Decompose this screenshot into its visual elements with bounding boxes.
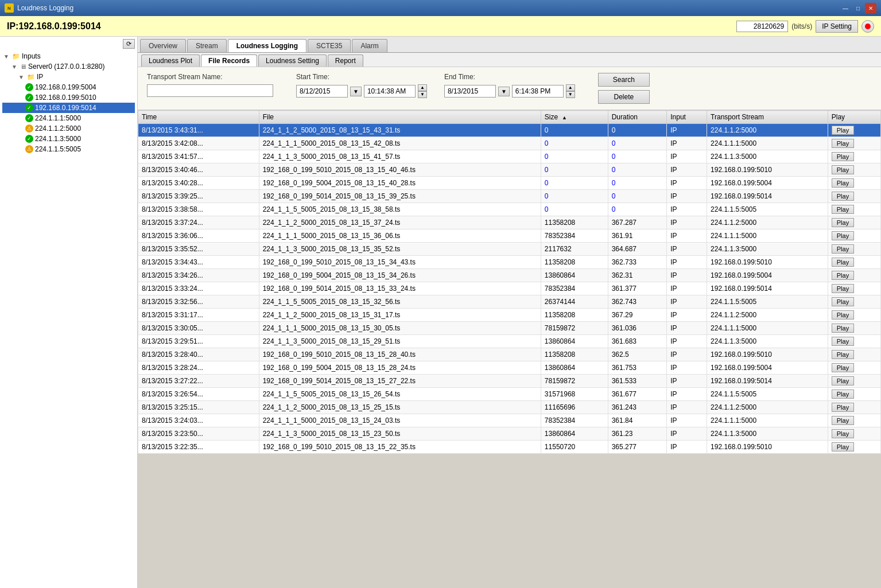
- end-time-input[interactable]: [512, 85, 564, 98]
- table-row[interactable]: 8/13/2015 3:43:31... 224_1_1_2_5000_2015…: [138, 124, 881, 137]
- table-row[interactable]: 8/13/2015 3:41:57... 224_1_1_3_5000_2015…: [138, 150, 881, 163]
- table-row[interactable]: 8/13/2015 3:24:03... 224_1_1_1_5000_2015…: [138, 414, 881, 427]
- table-row[interactable]: 8/13/2015 3:42:08... 224_1_1_1_5000_2015…: [138, 137, 881, 150]
- play-button[interactable]: Play: [832, 165, 854, 174]
- table-row[interactable]: 8/13/2015 3:40:46... 192_168_0_199_5010_…: [138, 163, 881, 177]
- play-button[interactable]: Play: [832, 139, 854, 148]
- tab-alarm[interactable]: Alarm: [352, 39, 387, 52]
- ip-setting-button[interactable]: IP Setting: [816, 20, 858, 33]
- start-time-down-button[interactable]: ▼: [418, 91, 427, 98]
- end-date-picker-button[interactable]: ▼: [498, 87, 510, 96]
- col-duration[interactable]: Duration: [608, 111, 667, 124]
- sidebar-item-ip7[interactable]: ⚠ 224.1.1.5:5005: [2, 144, 135, 154]
- table-row[interactable]: 8/13/2015 3:32:56... 224_1_1_5_5005_2015…: [138, 295, 881, 309]
- sub-tab-report[interactable]: Report: [328, 54, 363, 67]
- play-button[interactable]: Play: [832, 152, 854, 161]
- table-row[interactable]: 8/13/2015 3:36:06... 224_1_1_1_5000_2015…: [138, 229, 881, 243]
- play-button[interactable]: Play: [832, 297, 854, 306]
- end-time-up-button[interactable]: ▲: [566, 84, 575, 91]
- tab-stream[interactable]: Stream: [187, 39, 227, 52]
- sidebar-item-ip6[interactable]: ✓ 224.1.1.3:5000: [2, 134, 135, 144]
- table-row[interactable]: 8/13/2015 3:31:17... 224_1_1_2_5000_2015…: [138, 309, 881, 322]
- table-row[interactable]: 8/13/2015 3:34:26... 192_168_0_199_5004_…: [138, 269, 881, 282]
- sidebar-item-label: 224.1.1.2:5000: [35, 124, 81, 133]
- end-time-down-button[interactable]: ▼: [566, 91, 575, 98]
- play-button[interactable]: Play: [832, 178, 854, 188]
- play-button[interactable]: Play: [832, 271, 854, 280]
- sidebar-item-ip2[interactable]: ✓ 192.168.0.199:5010: [2, 92, 135, 103]
- start-time-input[interactable]: [364, 85, 416, 98]
- table-row[interactable]: 8/13/2015 3:33:24... 192_168_0_199_5014_…: [138, 282, 881, 295]
- play-button[interactable]: Play: [832, 416, 854, 425]
- table-row[interactable]: 8/13/2015 3:38:58... 224_1_1_5_5005_2015…: [138, 203, 881, 216]
- table-row[interactable]: 8/13/2015 3:27:22... 192_168_0_199_5014_…: [138, 375, 881, 388]
- table-row[interactable]: 8/13/2015 3:22:35... 192_168_0_199_5010_…: [138, 441, 881, 454]
- table-row[interactable]: 8/13/2015 3:28:24... 192_168_0_199_5004_…: [138, 361, 881, 375]
- play-button[interactable]: Play: [832, 403, 854, 412]
- delete-button[interactable]: Delete: [598, 90, 650, 104]
- sidebar-item-ip1[interactable]: ✓ 192.168.0.199:5004: [2, 82, 135, 92]
- sub-tab-file-records[interactable]: File Records: [201, 54, 257, 67]
- play-button[interactable]: Play: [832, 218, 854, 227]
- sidebar-item-server[interactable]: ▼ 🖥 Server0 (127.0.0.1:8280): [2, 61, 135, 72]
- cell-input: IP: [667, 295, 707, 309]
- table-row[interactable]: 8/13/2015 3:25:15... 224_1_1_2_5000_2015…: [138, 401, 881, 414]
- play-button[interactable]: Play: [832, 429, 854, 438]
- start-date-input[interactable]: [296, 85, 348, 98]
- cell-size: 11358208: [541, 256, 608, 269]
- play-button[interactable]: Play: [832, 244, 854, 254]
- play-button[interactable]: Play: [832, 258, 854, 267]
- table-row[interactable]: 8/13/2015 3:26:54... 224_1_1_5_5005_2015…: [138, 388, 881, 401]
- sidebar-item-ip-folder[interactable]: ▼ 📁 IP: [2, 72, 135, 82]
- sidebar-item-ip4[interactable]: ✓ 224.1.1.1:5000: [2, 113, 135, 123]
- table-row[interactable]: 8/13/2015 3:29:51... 224_1_1_3_5000_2015…: [138, 335, 881, 348]
- tab-loudness-logging[interactable]: Loudness Logging: [228, 39, 306, 52]
- sidebar-item-inputs[interactable]: ▼ 📁 Inputs: [2, 51, 135, 61]
- cell-transport: 192.168.0.199:5004: [707, 361, 828, 375]
- play-button[interactable]: Play: [832, 126, 854, 135]
- table-row[interactable]: 8/13/2015 3:39:25... 192_168_0_199_5014_…: [138, 190, 881, 203]
- close-button[interactable]: ✕: [865, 3, 876, 13]
- table-row[interactable]: 8/13/2015 3:34:43... 192_168_0_199_5010_…: [138, 256, 881, 269]
- col-time[interactable]: Time: [138, 111, 259, 124]
- play-button[interactable]: Play: [832, 192, 854, 201]
- sub-tab-loudness-plot[interactable]: Loudness Plot: [141, 54, 200, 67]
- search-button[interactable]: Search: [598, 73, 650, 87]
- play-button[interactable]: Play: [832, 350, 854, 359]
- play-button[interactable]: Play: [832, 337, 854, 346]
- play-button[interactable]: Play: [832, 205, 854, 214]
- play-button[interactable]: Play: [832, 231, 854, 240]
- table-row[interactable]: 8/13/2015 3:28:40... 192_168_0_199_5010_…: [138, 348, 881, 361]
- play-button[interactable]: Play: [832, 363, 854, 372]
- table-row[interactable]: 8/13/2015 3:30:05... 224_1_1_1_5000_2015…: [138, 322, 881, 335]
- sub-tab-loudness-setting[interactable]: Loudness Setting: [258, 54, 327, 67]
- play-button[interactable]: Play: [832, 310, 854, 320]
- start-time-up-button[interactable]: ▲: [418, 84, 427, 91]
- col-size[interactable]: Size ▲: [541, 111, 608, 124]
- start-date-picker-button[interactable]: ▼: [350, 87, 362, 96]
- col-input[interactable]: Input: [667, 111, 707, 124]
- play-button[interactable]: Play: [832, 376, 854, 385]
- record-button[interactable]: [861, 20, 874, 33]
- play-button[interactable]: Play: [832, 284, 854, 293]
- end-date-input[interactable]: [444, 85, 496, 98]
- play-button[interactable]: Play: [832, 324, 854, 333]
- sidebar-refresh-button[interactable]: ⟳: [123, 39, 135, 49]
- play-button[interactable]: Play: [832, 390, 854, 399]
- table-row[interactable]: 8/13/2015 3:37:24... 224_1_1_2_5000_2015…: [138, 216, 881, 229]
- table-row[interactable]: 8/13/2015 3:23:50... 224_1_1_3_5000_2015…: [138, 427, 881, 441]
- maximize-button[interactable]: □: [852, 3, 864, 13]
- minimize-button[interactable]: —: [840, 3, 851, 13]
- tab-overview[interactable]: Overview: [140, 39, 186, 52]
- col-file[interactable]: File: [259, 111, 541, 124]
- table-row[interactable]: 8/13/2015 3:35:52... 224_1_1_3_5000_2015…: [138, 243, 881, 256]
- transport-stream-name-input[interactable]: [147, 84, 273, 97]
- cell-play: Play: [828, 282, 880, 295]
- tab-scte35[interactable]: SCTE35: [308, 39, 351, 52]
- play-button[interactable]: Play: [832, 442, 854, 451]
- col-transport-stream[interactable]: Transport Stream: [707, 111, 828, 124]
- sidebar-item-ip5[interactable]: ⚠ 224.1.1.2:5000: [2, 123, 135, 134]
- sidebar-item-ip3-selected[interactable]: ✓ 192.168.0.199:5014: [2, 103, 135, 113]
- cell-duration: 367.287: [608, 216, 667, 229]
- table-row[interactable]: 8/13/2015 3:40:28... 192_168_0_199_5004_…: [138, 177, 881, 190]
